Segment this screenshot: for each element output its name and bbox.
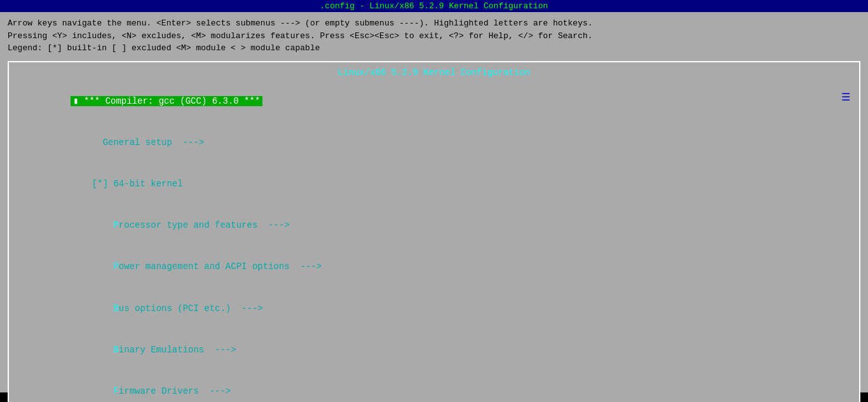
outer-container: Arrow keys navigate the menu. <Enter> se… (0, 12, 868, 392)
header-text: Arrow keys navigate the menu. <Enter> se… (8, 17, 860, 55)
main-box: Linux/x86 5.2.9 Kernel Configuration ☰ ▮… (8, 61, 860, 403)
title-bar: .config - Linux/x86 5.2.9 Kernel Configu… (0, 0, 868, 12)
menu-item-bus[interactable]: Bus options (PCI etc.) ---> (28, 288, 840, 329)
menu-item-general-setup[interactable]: General setup ---> (28, 123, 840, 164)
scroll-indicator: ☰ (841, 93, 850, 103)
menu-item-64bit[interactable]: [*] 64-bit kernel (28, 164, 840, 205)
title-text: .config - Linux/x86 5.2.9 Kernel Configu… (320, 1, 548, 11)
menu-content[interactable]: ☰ ▮ *** Compiler: gcc (GCC) 6.3.0 *** Ge… (9, 81, 859, 403)
header-line2: Pressing <Y> includes, <N> excludes, <M>… (8, 30, 860, 43)
header-line3: Legend: [*] built-in [ ] excluded <M> mo… (8, 42, 860, 55)
menu-item-power[interactable]: Power management and ACPI options ---> (28, 247, 840, 288)
header-line1: Arrow keys navigate the menu. <Enter> se… (8, 17, 860, 30)
menu-title: Linux/x86 5.2.9 Kernel Configuration (9, 67, 859, 78)
menu-item-compiler[interactable]: ▮ *** Compiler: gcc (GCC) 6.3.0 *** (28, 81, 840, 123)
menu-item-binary[interactable]: Binary Emulations ---> (28, 329, 840, 371)
menu-item-firmware[interactable]: Firmware Drivers ---> (28, 371, 840, 402)
menu-item-processor[interactable]: Processor type and features ---> (28, 205, 840, 247)
